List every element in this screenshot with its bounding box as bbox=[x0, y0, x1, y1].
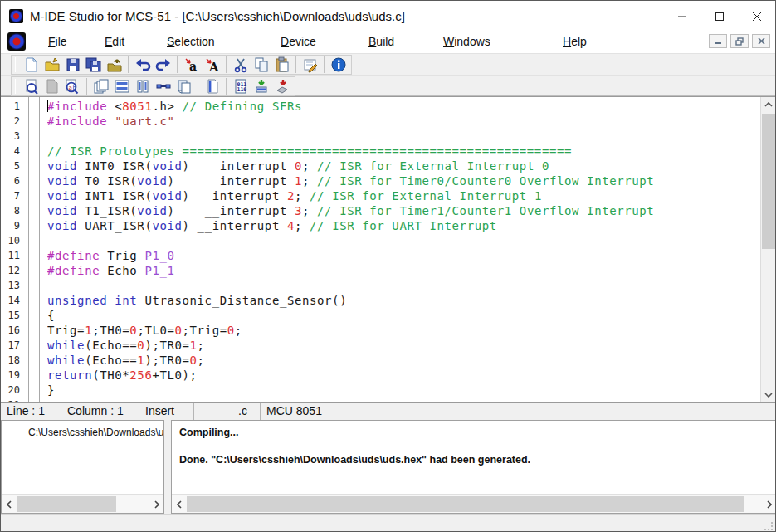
program-chip-icon bbox=[274, 78, 290, 95]
undo-button[interactable] bbox=[132, 56, 153, 74]
menu-selection[interactable]: Selection bbox=[163, 32, 218, 51]
code-line[interactable]: #include <8051.h> // Defining SFRs bbox=[47, 99, 760, 114]
project-horizontal-scrollbar[interactable] bbox=[2, 494, 163, 513]
line-number: 19 bbox=[1, 368, 20, 383]
output-horizontal-scrollbar[interactable] bbox=[172, 494, 776, 513]
line-number: 4 bbox=[1, 144, 20, 159]
code-line[interactable]: { bbox=[47, 308, 760, 323]
code-line[interactable]: void UART_ISR(void) __interrupt 4; // IS… bbox=[47, 218, 760, 233]
mdi-minimize-button[interactable] bbox=[709, 34, 727, 48]
new-file-button[interactable] bbox=[21, 56, 41, 74]
toolbar-separator bbox=[198, 78, 198, 95]
code-line[interactable]: #define Trig P1_0 bbox=[47, 248, 760, 263]
toolbar-grip[interactable] bbox=[15, 79, 17, 94]
copy-lines-icon bbox=[93, 78, 110, 95]
line-number: 8 bbox=[1, 203, 20, 218]
save-icon bbox=[65, 56, 81, 73]
minimize-icon bbox=[677, 12, 687, 22]
code-area[interactable]: #include <8051.h> // Defining SFRs#inclu… bbox=[47, 97, 760, 402]
menu-help[interactable]: Help bbox=[559, 32, 590, 51]
toolbar-separator bbox=[86, 78, 87, 95]
code-line[interactable]: return(TH0*256+TL0); bbox=[47, 368, 760, 383]
code-line[interactable]: unsigned int Utrasonic_Distance_Sensor() bbox=[47, 293, 760, 308]
cut-button[interactable] bbox=[230, 56, 251, 74]
code-line[interactable] bbox=[47, 129, 760, 144]
text-caret bbox=[47, 100, 48, 112]
copy-lines-button[interactable] bbox=[90, 77, 111, 95]
maximize-button[interactable] bbox=[700, 1, 738, 32]
build-load-button[interactable] bbox=[251, 77, 271, 95]
editor-vertical-scrollbar[interactable] bbox=[760, 97, 775, 402]
scroll-left-arrow[interactable] bbox=[2, 495, 16, 514]
copy-button[interactable] bbox=[251, 56, 271, 74]
window-bottom-strip bbox=[1, 514, 775, 532]
code-line[interactable]: void T0_ISR(void) __interrupt 1; // ISR … bbox=[47, 173, 760, 188]
code-line[interactable]: void INT0_ISR(void) __interrupt 0; // IS… bbox=[47, 159, 760, 173]
toolbar-separator bbox=[226, 56, 227, 73]
status-line: Line : 1 bbox=[1, 403, 61, 420]
resize-grip[interactable] bbox=[764, 522, 773, 530]
line-number: 5 bbox=[1, 159, 20, 173]
code-line[interactable]: Trig=1;TH0=0;TL0=0;Trig=0; bbox=[47, 323, 760, 338]
menu-bar: FileEditSelectionDeviceBuildWindowsHelp bbox=[1, 32, 775, 53]
menu-edit[interactable]: Edit bbox=[101, 32, 128, 51]
minimize-button[interactable] bbox=[663, 1, 700, 32]
menu-build[interactable]: Build bbox=[365, 32, 398, 51]
close-file-button[interactable] bbox=[104, 56, 124, 74]
vertical-scroll-thumb[interactable] bbox=[762, 114, 775, 249]
columns-button[interactable] bbox=[132, 77, 153, 95]
split-window-button[interactable] bbox=[111, 77, 132, 95]
code-line[interactable]: void T1_ISR(void) __interrupt 3; // ISR … bbox=[47, 203, 760, 218]
scroll-down-arrow[interactable] bbox=[761, 388, 775, 402]
code-line[interactable]: #define Echo P1_1 bbox=[47, 263, 760, 278]
menu-device[interactable]: Device bbox=[277, 32, 320, 51]
code-editor[interactable]: 123456789101112131415161718192021 #inclu… bbox=[1, 96, 775, 402]
uppercase-convert-button[interactable]: A bbox=[202, 56, 222, 74]
code-line[interactable]: #include "uart.c" bbox=[47, 114, 760, 129]
lowercase-convert-button[interactable]: a bbox=[181, 56, 202, 74]
open-file-button[interactable] bbox=[41, 56, 62, 74]
horizontal-scroll-thumb[interactable] bbox=[187, 496, 744, 512]
compile-hex-button[interactable]: 011110 bbox=[230, 77, 251, 95]
toolbar-grip[interactable] bbox=[15, 57, 17, 72]
save-all-button[interactable] bbox=[83, 56, 104, 74]
info-icon bbox=[330, 56, 347, 73]
horizontal-scroll-thumb[interactable] bbox=[17, 496, 116, 512]
code-line[interactable]: // ISR Prototypes ======================… bbox=[47, 144, 760, 159]
maximize-icon bbox=[715, 12, 725, 22]
code-line[interactable]: void INT1_ISR(void) __interrupt 2; // IS… bbox=[47, 188, 760, 203]
mdi-close-button[interactable] bbox=[752, 34, 770, 48]
about-info-button[interactable] bbox=[328, 56, 349, 74]
program-chip-button[interactable] bbox=[271, 77, 292, 95]
menu-windows[interactable]: Windows bbox=[440, 32, 494, 51]
project-file-path: C:\Users\csshieh\Downloads\u bbox=[28, 427, 163, 438]
code-line[interactable]: while(Echo==0);TR0=1; bbox=[47, 338, 760, 353]
scroll-left-arrow[interactable] bbox=[172, 495, 186, 514]
replace-button[interactable]: ab bbox=[62, 77, 83, 95]
bookmark-page-button[interactable] bbox=[202, 77, 222, 95]
close-icon bbox=[752, 12, 762, 22]
scroll-right-arrow[interactable] bbox=[762, 495, 776, 514]
find-icon bbox=[23, 78, 40, 95]
scroll-right-arrow[interactable] bbox=[149, 495, 163, 514]
menu-file[interactable]: File bbox=[45, 32, 71, 51]
save-button[interactable] bbox=[62, 56, 83, 74]
project-tree-item[interactable]: C:\Users\csshieh\Downloads\u bbox=[5, 426, 163, 438]
find-button[interactable] bbox=[21, 77, 41, 95]
paste-icon bbox=[274, 56, 290, 73]
redo-button[interactable] bbox=[153, 56, 173, 74]
code-line[interactable]: } bbox=[47, 383, 760, 398]
code-line[interactable]: while(Echo==1);TR0=0; bbox=[47, 353, 760, 368]
duplicate-page-button[interactable] bbox=[173, 77, 194, 95]
editor-options-button[interactable] bbox=[300, 56, 320, 74]
copy-icon bbox=[253, 56, 270, 73]
code-line[interactable] bbox=[47, 278, 760, 293]
scroll-up-arrow[interactable] bbox=[761, 97, 775, 111]
find-next-button[interactable] bbox=[41, 77, 62, 95]
paste-button[interactable] bbox=[271, 56, 292, 74]
join-lines-button[interactable] bbox=[153, 77, 173, 95]
code-line[interactable] bbox=[47, 233, 760, 248]
mdi-window-buttons bbox=[709, 34, 770, 48]
close-button[interactable] bbox=[738, 1, 775, 32]
mdi-restore-button[interactable] bbox=[730, 34, 749, 48]
